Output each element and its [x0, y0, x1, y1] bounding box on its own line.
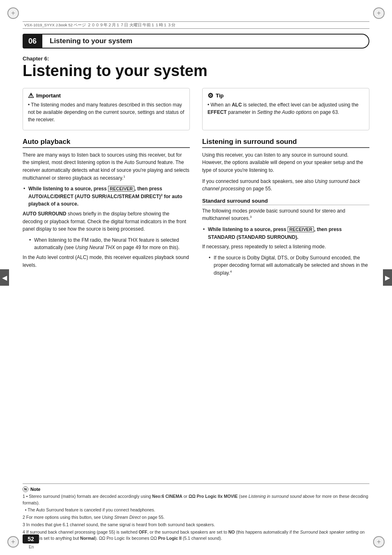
corner-br — [373, 536, 385, 548]
standard-sub-bullet-block: If the source is Dolby Digital, DTS, or … — [208, 254, 369, 277]
note-icon: N — [23, 486, 28, 492]
receiver-box-1: RECEIVER — [108, 186, 134, 192]
surround-sound-heading: Listening in surround sound — [202, 138, 369, 148]
page-number: 52 — [23, 534, 39, 543]
important-label: Important — [36, 92, 61, 99]
tip-title: ⚙ Tip — [208, 92, 364, 99]
fm-radio-bullet: When listening to the FM radio, the Neur… — [28, 236, 190, 252]
alc-para: In the Auto level control (ALC) mode, th… — [23, 254, 190, 269]
repeat-note: If necessary, press repeatedly to select… — [202, 243, 369, 251]
sub-bullet-block: When listening to the FM radio, the Neur… — [28, 236, 190, 252]
tip-box: ⚙ Tip • When an ALC is selected, the eff… — [202, 88, 369, 130]
tip-body: • When an ALC is selected, the effect le… — [208, 101, 364, 116]
tip-icon: ⚙ — [208, 92, 213, 99]
chapter-number: 06 — [23, 34, 42, 49]
surround-see-also: If you connected surround back speakers,… — [202, 178, 369, 193]
note-1b: • The Auto Surround feature is canceled … — [23, 507, 369, 513]
standard-surround-para: The following modes provide basic surrou… — [202, 207, 369, 222]
note-4: 4 If surround back channel processing (p… — [23, 529, 369, 542]
meta-bar: VSX-1019_SYYX J.book 52 ページ ２００９年２月１７日 火… — [23, 21, 369, 29]
right-nav-arrow[interactable]: ▶ — [383, 269, 392, 286]
notes-section: N Note 1 • Stereo surround (matrix) form… — [23, 483, 369, 543]
auto-surround-text: AUTO SURROUND shows briefly in the displ… — [23, 210, 190, 233]
surround-intro: Using this receiver, you can listen to a… — [202, 151, 369, 174]
chapter-big-title: Listening to your system — [23, 62, 369, 80]
chapter-title-box: Listening to your system — [42, 34, 369, 49]
corner-bl — [7, 536, 19, 548]
standard-bullet1: While listening to a source, press RECEI… — [202, 226, 369, 241]
standard-surround-heading: Standard surround sound — [202, 198, 369, 205]
important-body: • The listening modes and many features … — [28, 101, 184, 123]
note-label: Note — [30, 487, 40, 492]
info-row: ⚠ Important • The listening modes and ma… — [23, 88, 369, 130]
important-title: ⚠ Important — [28, 92, 184, 99]
dolby-bullet: If the source is Dolby Digital, DTS, or … — [208, 254, 369, 277]
important-box: ⚠ Important • The listening modes and ma… — [23, 88, 190, 130]
body-columns: Auto playback There are many ways to lis… — [23, 138, 369, 279]
auto-playback-para1: There are many ways to listen back to so… — [23, 151, 190, 182]
important-icon: ⚠ — [28, 92, 34, 99]
tip-label: Tip — [216, 92, 224, 99]
col-right: Listening in surround sound Using this r… — [202, 138, 369, 279]
auto-playback-bullet1: While listening to a source, press RECEI… — [23, 185, 190, 208]
chapter-label: Chapter 6: — [23, 56, 369, 62]
page-lang: En — [29, 545, 34, 549]
corner-tr — [373, 7, 385, 19]
note-header: N Note — [23, 486, 369, 492]
chapter-header: 06 Listening to your system — [23, 34, 369, 49]
receiver-box-2: RECEIVER — [288, 227, 314, 232]
auto-playback-heading: Auto playback — [23, 138, 190, 148]
note-2: 2 For more options using this button, se… — [23, 514, 369, 521]
chapter-header-title: Listening to your system — [50, 37, 132, 45]
note-1: 1 • Stereo surround (matrix) formats are… — [23, 493, 369, 506]
left-nav-arrow[interactable]: ◀ — [0, 269, 9, 286]
col-left: Auto playback There are many ways to lis… — [23, 138, 190, 279]
note-3: 3 In modes that give 6.1 channel sound, … — [23, 522, 369, 528]
meta-text: VSX-1019_SYYX J.book 52 ページ ２００９年２月１７日 火… — [24, 23, 175, 28]
main-content: Chapter 6: Listening to your system ⚠ Im… — [23, 56, 369, 518]
corner-tl — [7, 7, 19, 19]
